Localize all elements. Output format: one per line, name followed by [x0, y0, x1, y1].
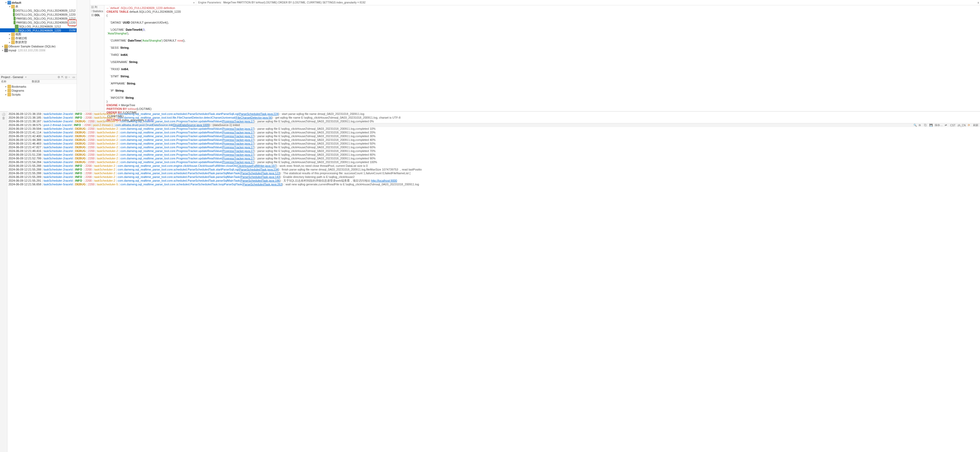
tree-db-default[interactable]: ▾default: [0, 0, 76, 5]
ddl-editor[interactable]: -- `default`.SQLLOG_FULL20240609_1220 de…: [104, 5, 980, 123]
log-line: 2024-06-09 12:21:42.400 | taskScheduler-…: [8, 134, 979, 138]
console-output[interactable]: 2024-06-09 12:21:38.159 | taskScheduler-…: [8, 111, 980, 452]
log-line: 2024-06-09 12:21:55.288 | taskScheduler-…: [8, 164, 979, 168]
project-item[interactable]: ▸Bookmarks: [0, 84, 76, 89]
engine-left: ▾: [90, 0, 196, 5]
folder-icon: [11, 41, 15, 44]
collapse-icon[interactable]: ⊟: [65, 76, 68, 79]
folder-icon: [8, 89, 11, 92]
folder-icon: [11, 33, 15, 36]
tree-table[interactable]: SQLLOG_FULL20240609_1220153M: [0, 29, 76, 32]
folder-icon: [8, 93, 11, 97]
engine-value: MergeTree PARTITION BY toHour(LOGTIME) O…: [223, 1, 366, 4]
trash-icon[interactable]: 🗑: [0, 116, 7, 120]
log-line: 2024-06-09 12:21:54.284 | taskScheduler-…: [8, 160, 979, 164]
console-gutter: ⚪ 🗑: [0, 111, 8, 452]
project-panel: Project - General × ⚙ ⇱ ⊟ ▫ ▭ 名称数据源 ▸Boo…: [0, 74, 76, 111]
ddl-icon: [91, 14, 94, 16]
filter-icon[interactable]: ⚪: [0, 113, 7, 116]
navigator-panel: ▾default ▾表 DISTILLLOG_SQLLOG_FULL202406…: [0, 0, 77, 111]
table-icon: [13, 13, 14, 16]
database-tree[interactable]: ▾default ▾表 DISTILLLOG_SQLLOG_FULL202406…: [0, 0, 76, 74]
table-icon: [15, 29, 19, 32]
table-icon: [13, 9, 14, 13]
tab-statistics[interactable]: Statistics: [90, 9, 104, 13]
chevron-left-icon[interactable]: ◂: [105, 119, 107, 122]
log-line: 2024-06-09 12:21:55.291 | taskScheduler-…: [8, 179, 979, 182]
folder-icon: [8, 85, 11, 89]
project-title: Project - General: [1, 76, 23, 79]
highlight-box: [68, 20, 76, 26]
engine-bar: ▾ Engine Parameters:MergeTree PARTITION …: [90, 0, 980, 5]
side-tabs: 列 Statistics DDL: [90, 5, 104, 123]
project-item[interactable]: ▸Diagrams: [0, 89, 76, 92]
log-line: 2024-06-09 12:21:51.238 | taskScheduler-…: [8, 153, 979, 157]
table-icon: [14, 17, 16, 21]
log-line: 2024-06-09 12:21:46.483 | taskScheduler-…: [8, 142, 979, 145]
engine-params: Engine Parameters:MergeTree PARTITION BY…: [196, 0, 980, 5]
log-line: 2024-06-09 12:21:47.827 | taskScheduler-…: [8, 145, 979, 149]
engine-label: Engine Parameters:: [198, 1, 221, 4]
grid-icon: [91, 6, 94, 8]
log-line: 2024-06-09 12:21:52.799 | taskScheduler-…: [8, 157, 979, 160]
minimize-icon[interactable]: ▫: [68, 76, 72, 79]
database-icon: [4, 44, 8, 48]
tree-table[interactable]: PARSELOG_SQLLOG_FULL20240609_1220: [0, 21, 76, 24]
folder-icon: [11, 5, 15, 8]
tree-folder-procs[interactable]: ▸存储过程: [0, 36, 76, 40]
log-line: 2024-06-09 12:21:49.416 | taskScheduler-…: [8, 149, 979, 153]
folder-icon: [11, 36, 15, 40]
project-header: Project - General × ⚙ ⇱ ⊟ ▫ ▭: [0, 75, 76, 80]
maximize-icon[interactable]: ▭: [72, 76, 76, 79]
database-icon: [4, 48, 8, 52]
log-line: 2024-06-09 12:21:55.289 | taskScheduler-…: [8, 175, 979, 179]
editor-area: ▾ Engine Parameters:MergeTree PARTITION …: [90, 0, 980, 111]
log-line: 2024-06-09 12:21:55.288 | taskScheduler-…: [8, 168, 979, 171]
chevron-down-icon[interactable]: ▾: [193, 1, 195, 5]
link-icon[interactable]: ⇱: [61, 76, 64, 79]
tree-db-sample[interactable]: ▸DBeaver Sample Database (SQLite): [0, 44, 76, 48]
close-icon[interactable]: ×: [25, 76, 27, 79]
tree-table[interactable]: DISTILLLOG_SQLLOG_FULL20240609_1212: [0, 8, 76, 13]
console-panel: ⚪ 🗑 2024-06-09 12:21:38.159 | taskSchedu…: [0, 111, 980, 452]
tab-ddl[interactable]: DDL: [90, 13, 104, 17]
log-line: 2024-06-09 12:21:56.658 | taskScheduler-…: [8, 182, 979, 186]
log-line: 2024-06-09 12:21:38.575 | pool-2-thread-…: [8, 123, 979, 127]
tree-folder-types[interactable]: ▸数据类型: [0, 40, 76, 44]
project-item[interactable]: ▸Scripts: [0, 92, 76, 97]
stats-icon: [91, 10, 92, 13]
tree-folder-tables[interactable]: ▾表: [0, 5, 76, 8]
log-line: 2024-06-09 12:21:44.388 | taskScheduler-…: [8, 138, 979, 142]
tree-table[interactable]: SQLLOG_FULL20240609_1212118M: [0, 24, 76, 29]
log-line: 2024-06-09 12:21:41.114 | taskScheduler-…: [8, 130, 979, 134]
properties-strip: [77, 0, 90, 111]
log-line: 2024-06-09 12:21:55.288 | taskScheduler-…: [8, 171, 979, 175]
gear-icon[interactable]: ⚙: [57, 76, 61, 79]
tree-table[interactable]: PARSELOG_SQLLOG_FULL20240609_1212: [0, 16, 76, 21]
database-icon: [8, 1, 11, 5]
table-icon: [14, 21, 16, 24]
table-icon: [15, 25, 19, 29]
log-line: 2024-06-09 12:21:39.594 | taskScheduler-…: [8, 127, 979, 130]
project-columns: 名称数据源: [0, 80, 76, 84]
chevron-down-icon[interactable]: ▾: [978, 2, 979, 5]
tree-table[interactable]: DISTILLLOG_SQLLOG_FULL20240609_1220: [0, 13, 76, 16]
tree-folder-views[interactable]: ▸视图: [0, 32, 76, 36]
tree-db-mysql[interactable]: ▸mysql - 120.53.103.235:3306: [0, 48, 76, 52]
tab-columns[interactable]: 列: [90, 5, 104, 9]
